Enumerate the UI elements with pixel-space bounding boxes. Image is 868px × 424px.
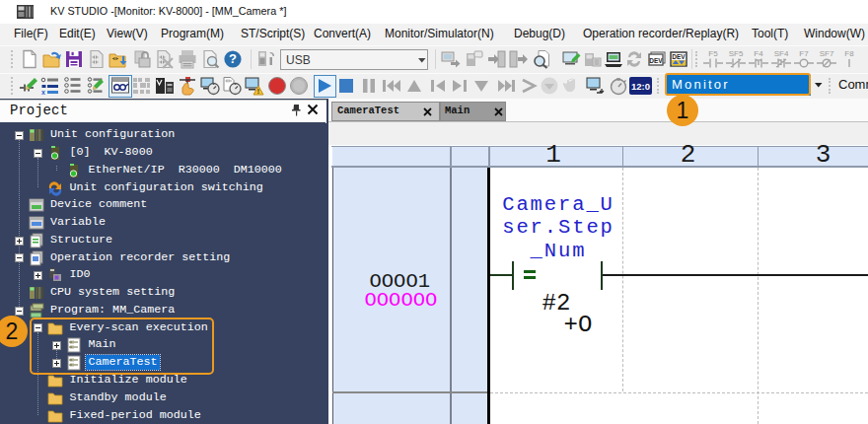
svg-text:F4: F4 bbox=[754, 49, 763, 58]
svg-text:SF5: SF5 bbox=[729, 49, 744, 58]
svg-text:SF4: SF4 bbox=[774, 49, 789, 58]
svg-text:?: ? bbox=[229, 51, 237, 66]
svg-text:F7: F7 bbox=[799, 49, 809, 58]
svg-text:F8: F8 bbox=[844, 49, 854, 58]
svg-text:!: ! bbox=[257, 88, 259, 95]
svg-text:12:0: 12:0 bbox=[631, 81, 650, 92]
svg-text:DEV: DEV bbox=[672, 53, 686, 60]
svg-text:x: x bbox=[41, 89, 45, 96]
svg-text:F5: F5 bbox=[708, 49, 718, 58]
svg-text:DEV: DEV bbox=[649, 57, 663, 64]
svg-text:SF7: SF7 bbox=[820, 49, 834, 58]
